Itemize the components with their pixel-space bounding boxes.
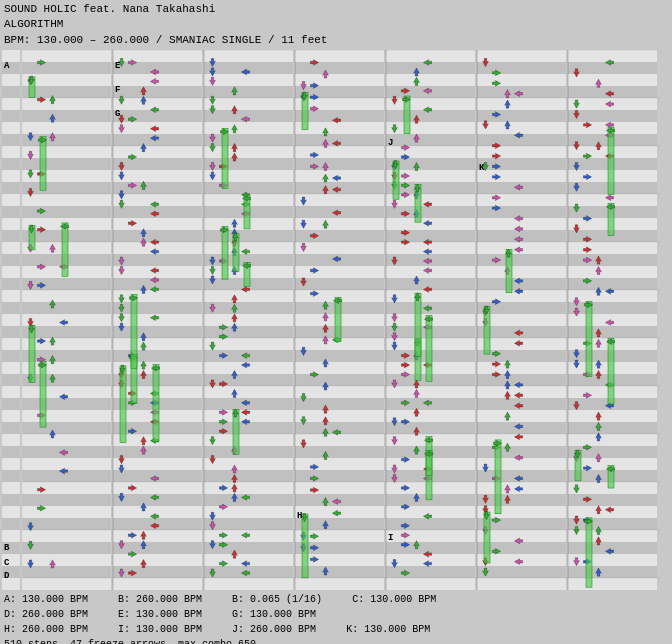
bpm-c: C: 130.000 BPM (352, 594, 436, 605)
bpm-info: BPM: 130.000 – 260.000 / SMANIAC SINGLE … (4, 33, 668, 48)
bpm-lines-3: H: 260.000 BPM I: 130.000 BPM J: 260.000… (4, 622, 668, 637)
left-labels (2, 50, 20, 590)
bpm-h: H: 260.000 BPM (4, 624, 112, 635)
bpm-k: K: 130.000 BPM (346, 624, 430, 635)
chart-area (0, 50, 672, 590)
footer: A: 130.000 BPM B: 260.000 BPM B: 0.065 (… (0, 590, 672, 644)
bpm-e: E: 130.000 BPM (118, 609, 226, 620)
chart-name: ALGORITHM (4, 17, 668, 32)
bpm-j: J: 260.000 BPM (232, 624, 340, 635)
stats: 510 steps, 47 freeze arrows, max combo 6… (4, 637, 668, 644)
song-title: SOUND HOLIC feat. Nana Takahashi (4, 2, 668, 17)
bpm-i: I: 130.000 BPM (118, 624, 226, 635)
header: SOUND HOLIC feat. Nana Takahashi ALGORIT… (0, 0, 672, 50)
bpm-lines-2: D: 260.000 BPM E: 130.000 BPM G: 130.000… (4, 607, 668, 622)
chart-columns (22, 50, 670, 590)
bpm-b: B: 260.000 BPM (118, 594, 226, 605)
bpm-a: A: 130.000 BPM (4, 594, 112, 605)
bpm-g: G: 130.000 BPM (232, 609, 316, 620)
bpm-d: D: 260.000 BPM (4, 609, 112, 620)
bpm-lines: A: 130.000 BPM B: 260.000 BPM B: 0.065 (… (4, 592, 668, 607)
bpm-b2: B: 0.065 (1/16) (232, 594, 346, 605)
